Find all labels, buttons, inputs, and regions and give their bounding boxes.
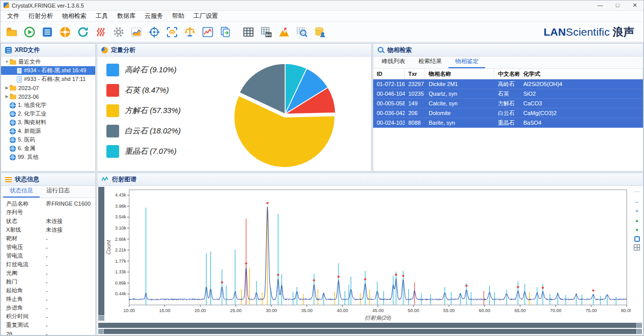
open-folder-icon[interactable] [4, 24, 20, 40]
menu-help[interactable]: 帮助 [167, 11, 189, 21]
status-row: 序列号 [1, 208, 95, 217]
tree-item-category[interactable]: 6. 金属 [1, 144, 95, 153]
zoom-grid-icon[interactable] [294, 24, 310, 40]
export-report-icon[interactable] [217, 24, 234, 40]
maximize-button[interactable]: □ [609, 1, 626, 11]
status-row: X射线未连接 [1, 226, 95, 234]
menu-tools[interactable]: 工具 [91, 11, 113, 21]
phase-table-cell: 8088 [405, 120, 425, 126]
chart-scale-down-button[interactable]: ▼ [632, 227, 641, 234]
phase-table-row[interactable]: 00-005-0586149Calcite, syn方解石CaCO3 [373, 99, 643, 108]
phase-table-cell: Al2Si2O5(OH)4 [520, 81, 643, 87]
balance-scale-icon[interactable] [182, 24, 198, 40]
menu-diffraction-analysis[interactable]: 衍射分析 [24, 11, 58, 21]
analysis-chart-icon[interactable] [200, 24, 216, 40]
tree-item-category[interactable]: 2. 化学工业 [1, 109, 95, 118]
tree-item-file[interactable]: #933 - 石棉-灰.shd 17:11 [1, 75, 95, 83]
menu-file[interactable]: 文件 [3, 11, 24, 21]
peak-search-icon[interactable] [276, 24, 292, 40]
status-value: 界FRINGE C1600 [46, 200, 95, 208]
settings-gear-icon[interactable] [110, 24, 127, 40]
run-measurement-icon[interactable] [21, 24, 38, 40]
menu-cloud-service[interactable]: 云服务 [140, 11, 167, 21]
tree-item-label: 2023-07 [18, 85, 39, 91]
menu-database[interactable]: 数据库 [113, 11, 140, 21]
phase-table-cell: CaMg(CO3)2 [520, 110, 643, 116]
legend-swatch [106, 84, 119, 97]
status-row: 靶材- [1, 234, 95, 243]
quantitative-analysis-title: 定量分析 [111, 46, 135, 54]
horizontal-scrollbar-end-cap[interactable] [637, 323, 642, 328]
calibration-target-icon[interactable] [146, 24, 162, 40]
menu-phase-search[interactable]: 物相检索 [58, 11, 91, 21]
area-chart-icon[interactable] [128, 24, 145, 40]
chart-more-button[interactable]: ··· [632, 188, 641, 195]
phase-table-row[interactable]: 00-036-0426206Dolomite白云石CaMg(CO3)2 [373, 108, 643, 118]
svg-text:80.00: 80.00 [621, 308, 631, 313]
svg-text:50.00: 50.00 [408, 308, 419, 313]
tree-item-label: 5. 医药 [18, 136, 35, 144]
chart-vertical-scrollbar[interactable] [98, 187, 104, 321]
database-user-icon[interactable] [312, 24, 328, 40]
column-header[interactable]: ID [373, 69, 405, 79]
svg-text:Count: Count [105, 240, 111, 255]
tree-item-label: 4. 新能源 [18, 127, 41, 135]
tab-peak-list[interactable]: 峰线列表 [375, 55, 412, 68]
svg-text:2.21k: 2.21k [115, 247, 126, 253]
status-row: 灯丝电流- [1, 260, 95, 269]
tab-status-info[interactable]: 状态信息 [3, 185, 40, 198]
column-header[interactable]: 物相名称 [425, 69, 494, 79]
quantitative-analysis-panel: 定量分析 高岭石 (9.10%)石英 (8.47%)方解石 (57.33%)白云… [97, 43, 372, 172]
tree-item-category[interactable]: 5. 医药 [1, 135, 95, 144]
panel-horizontal-scrollbar[interactable] [98, 329, 642, 334]
phase-table-row[interactable]: 01-072-116323297Dickite 2M1高岭石Al2Si2O5(O… [373, 79, 643, 89]
tree-item-folder[interactable]: ▶2023-07 [1, 83, 95, 92]
legend-item: 白云石 (18.02%) [106, 125, 212, 137]
vertical-scrollbar-end-cap[interactable] [98, 316, 104, 321]
svg-text:25.00: 25.00 [230, 308, 241, 313]
column-header[interactable]: Txr [405, 69, 425, 79]
refresh-icon[interactable] [75, 24, 91, 40]
heating-icon[interactable] [93, 24, 109, 40]
stop-job-icon[interactable] [57, 24, 73, 40]
phase-table-row[interactable]: 00-024-10358088Barite, syn重晶石BaSO4 [373, 118, 643, 128]
phase-table-cell: 00-005-0586 [373, 100, 405, 106]
chart-scale-up-button[interactable]: ▲ [632, 217, 641, 224]
scan-fingerprint-icon[interactable] [164, 24, 180, 40]
chart-grid-toggle-button[interactable] [634, 244, 640, 250]
chart-horizontal-scrollbar[interactable] [98, 323, 642, 328]
tab-search-results[interactable]: 检索结果 [412, 55, 449, 68]
tree-item-file[interactable]: #934 - 石棉-黑.shd 16:49 [1, 66, 95, 75]
panel-scrollbar-right-cap[interactable] [637, 329, 642, 334]
tree-item-category[interactable]: 3. 陶瓷材料 [1, 118, 95, 127]
tree-item-category[interactable]: 99. 其他 [1, 153, 95, 161]
phase-table-row[interactable]: 00-046-104510235Quartz, syn石英SiO2 [373, 89, 643, 99]
tree-item-label: 6. 金属 [18, 145, 35, 152]
chart-pan-horizontal-button[interactable]: ↔ [632, 198, 641, 205]
column-header[interactable]: 中文名称 [494, 69, 520, 79]
tree-item-folder[interactable]: ▶2023-06 [1, 92, 95, 101]
close-button[interactable]: ✕ [626, 1, 643, 11]
minimize-button[interactable]: — [592, 1, 609, 11]
tab-phase-identification[interactable]: 物相鉴定 [449, 55, 485, 68]
status-value: - [46, 314, 95, 320]
chart-fullscreen-button[interactable] [634, 236, 640, 242]
data-grid-icon[interactable] [240, 24, 257, 40]
tree-item-folder[interactable]: ▼最近文件 [1, 58, 95, 66]
legend-label: 高岭石 (9.10%) [125, 65, 177, 75]
spectrum-plot[interactable]: 0.44k0.89k1.33k1.77k2.21k2.66k3.10k3.54k… [105, 186, 631, 322]
brand-logo: LANScientific浪声 [544, 25, 634, 39]
panel-scrollbar-thumb[interactable] [104, 329, 636, 334]
chart-fit-button[interactable]: + [632, 207, 641, 214]
vertical-scrollbar-thumb[interactable] [98, 187, 104, 315]
background-subtract-icon[interactable]: BG [258, 24, 274, 40]
tree-item-category[interactable]: 1. 地质化学 [1, 101, 95, 109]
panel-scrollbar-left-cap[interactable] [98, 329, 103, 334]
task-list-icon[interactable] [39, 24, 55, 40]
horizontal-scrollbar-thumb[interactable] [98, 323, 636, 328]
tree-item-category[interactable]: 4. 新能源 [1, 127, 95, 135]
status-key: 靶材 [1, 235, 46, 242]
column-header[interactable]: 化学式 [520, 69, 643, 79]
menu-factory-settings[interactable]: 工厂设置 [189, 11, 222, 21]
tab-run-log[interactable]: 运行日志 [40, 185, 76, 198]
